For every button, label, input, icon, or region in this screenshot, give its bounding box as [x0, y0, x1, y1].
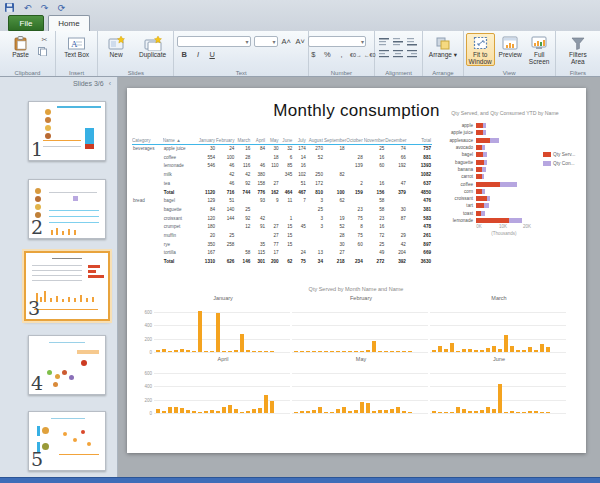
- month-panel: May: [292, 356, 430, 413]
- bar-row: carrot: [440, 173, 585, 180]
- tab-home[interactable]: Home: [48, 15, 90, 31]
- qty-stacked-bar-chart[interactable]: Qty Served, and Qty Consumed YTD by Name…: [440, 110, 585, 236]
- new-slide-icon: [107, 35, 125, 51]
- thumb-decor: [73, 438, 77, 442]
- bar-row: tart: [440, 202, 585, 209]
- y-axis-labels: 6004002000: [140, 295, 154, 352]
- slide-thumbnail-5[interactable]: 5: [28, 411, 106, 471]
- small-multiples-grid: 6004002000JanuaryFebruaryMarch6004002000…: [140, 295, 572, 413]
- panel-title: March: [430, 295, 568, 305]
- report-canvas[interactable]: Monthly consumption CategoryName ▲Januar…: [127, 88, 586, 453]
- align-right-icon[interactable]: [406, 49, 419, 60]
- slide-thumbnail-2[interactable]: 2: [28, 179, 106, 239]
- thumb-decor: [51, 418, 85, 419]
- thumb-decor: [74, 230, 76, 235]
- align-top-icon[interactable]: [378, 37, 391, 48]
- bar-row: lemonade: [440, 217, 585, 224]
- currency-format-icon[interactable]: $: [308, 50, 319, 59]
- legend-label-consumed: Qty Con...: [553, 161, 575, 166]
- month-panel: March: [430, 295, 568, 352]
- arrange-button[interactable]: Arrange ▾: [427, 33, 459, 59]
- group-slides: New Duplicate Slides: [98, 31, 174, 76]
- decrease-decimal-icon[interactable]: ←€0: [364, 52, 375, 58]
- arrange-icon: [434, 35, 452, 51]
- full-screen-button[interactable]: Full Screen: [526, 33, 553, 66]
- new-slide-button[interactable]: New: [100, 33, 132, 59]
- group-clipboard: Paste ✂ Clipboard: [0, 31, 56, 76]
- bold-button[interactable]: B: [179, 50, 190, 59]
- slides-counter: Slides 3/6‹: [0, 80, 111, 87]
- percent-format-icon[interactable]: %: [322, 50, 333, 59]
- shrink-font-icon[interactable]: A˅: [295, 37, 306, 46]
- panel-title: January: [154, 295, 292, 305]
- thumb-decor: [92, 297, 94, 302]
- small-multiples-chart[interactable]: Qty Served by Month Name and Name 600400…: [140, 286, 572, 417]
- refresh-icon[interactable]: ⟳: [55, 2, 68, 14]
- consumption-table: CategoryName ▲JanuaryFebruaryMarchAprilM…: [132, 138, 432, 267]
- copy-icon[interactable]: [38, 47, 50, 57]
- align-left-icon[interactable]: [378, 49, 391, 60]
- font-family-select[interactable]: [177, 36, 251, 47]
- align-middle-icon[interactable]: [392, 37, 405, 48]
- svg-text:A: A: [71, 39, 78, 49]
- font-size-select[interactable]: [254, 36, 278, 47]
- group-filters: Filters Area Filters: [556, 31, 600, 76]
- comma-format-icon[interactable]: ,: [336, 50, 347, 59]
- fit-to-window-button[interactable]: Fit to Window: [466, 33, 495, 66]
- filters-area-button[interactable]: Filters Area: [561, 33, 595, 66]
- month-panel: February: [292, 295, 430, 352]
- slide-thumbnail-3-selected[interactable]: 3: [24, 251, 110, 321]
- italic-button[interactable]: I: [193, 50, 204, 59]
- table-row: crumpet1801291271545352816478: [132, 223, 432, 232]
- month-panel: January: [154, 295, 292, 352]
- cut-icon[interactable]: ✂: [38, 35, 50, 45]
- thumb-decor: [49, 342, 85, 343]
- table-row: lemonade54646116461108516139601921393: [132, 162, 432, 171]
- dropdown-icon: ▾: [454, 51, 457, 58]
- thumb-decor: [73, 196, 78, 201]
- slide-thumbnail-1[interactable]: 1: [28, 101, 106, 161]
- slide-thumbnail-4[interactable]: 4: [28, 335, 106, 395]
- stacked-chart-x-label: (Thousands): [479, 231, 529, 236]
- table-row: rye35025835771530602542897: [132, 241, 432, 250]
- group-arrange: Arrange ▾ Arrange: [423, 31, 464, 76]
- text-box-button[interactable]: A Text Box: [61, 33, 93, 59]
- thumb-decor: [50, 298, 52, 302]
- collapse-panel-icon[interactable]: ‹: [109, 80, 111, 87]
- number-format-select[interactable]: [308, 36, 366, 47]
- align-center-icon[interactable]: [392, 49, 405, 60]
- legend-swatch-consumed: [543, 161, 551, 166]
- thumb-decor: [88, 275, 104, 278]
- thumb-decor: [81, 360, 87, 366]
- preview-button[interactable]: Preview: [497, 33, 524, 59]
- underline-button[interactable]: U: [207, 50, 218, 59]
- redo-icon[interactable]: ↷: [38, 2, 51, 14]
- thumb-decor: [80, 295, 82, 302]
- tab-file[interactable]: File: [8, 15, 44, 31]
- thumb-decor: [47, 370, 52, 375]
- save-icon[interactable]: [4, 2, 17, 14]
- full-screen-icon: [530, 35, 548, 51]
- thumb-decor: [68, 297, 70, 302]
- ribbon: Paste ✂ Clipboard A Text Box Insert New: [0, 31, 600, 77]
- slides-panel: Slides 3/6‹ 1 2: [0, 77, 118, 477]
- align-bottom-icon[interactable]: [406, 37, 419, 48]
- duplicate-slide-icon: [144, 35, 162, 51]
- thumb-decor: [74, 298, 76, 302]
- thumb-decor: [44, 291, 46, 302]
- thumb-decor: [77, 350, 99, 354]
- thumb-decor: [68, 229, 70, 235]
- undo-icon[interactable]: ↶: [21, 2, 34, 14]
- small-multiples-title: Qty Served by Month Name and Name: [140, 286, 572, 292]
- fit-to-window-icon: [471, 35, 489, 51]
- duplicate-slide-button[interactable]: Duplicate: [134, 33, 171, 59]
- paste-button[interactable]: Paste: [4, 33, 36, 59]
- thumb-decor: [85, 128, 94, 144]
- consumption-matrix[interactable]: CategoryName ▲JanuaryFebruaryMarchAprilM…: [132, 138, 432, 267]
- increase-decimal-icon[interactable]: €0→: [350, 52, 361, 58]
- legend-label-served: Qty Serv...: [553, 152, 575, 157]
- thumb-decor: [62, 370, 67, 375]
- grow-font-icon[interactable]: A˄: [281, 37, 292, 46]
- table-row: beveragesapple juice30241684303217427018…: [132, 145, 432, 154]
- thumb-decor: [63, 432, 67, 436]
